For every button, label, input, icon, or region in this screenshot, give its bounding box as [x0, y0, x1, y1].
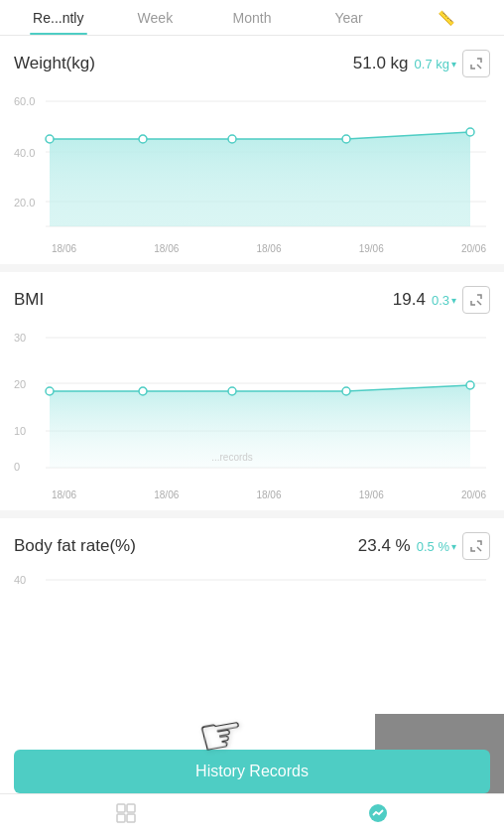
weight-value: 51.0 kg: [353, 54, 409, 73]
body-fat-expand-button[interactable]: [462, 532, 490, 560]
history-records-button[interactable]: History Records: [14, 750, 490, 793]
weight-title: Weight(kg): [14, 54, 95, 73]
svg-text:30: 30: [14, 332, 26, 344]
bottom-nav-grid-icon[interactable]: [114, 801, 138, 831]
tab-week[interactable]: Week: [107, 2, 204, 34]
svg-text:60.0: 60.0: [14, 95, 35, 107]
bmi-delta: 0.3 ▾: [432, 293, 456, 308]
ruler-icon: 📏: [438, 10, 454, 26]
svg-rect-33: [117, 814, 125, 822]
svg-text:20: 20: [14, 378, 26, 390]
body-fat-chart-partial: 40: [14, 566, 490, 621]
weight-delta: 0.7 kg ▾: [415, 57, 456, 71]
svg-point-9: [139, 135, 147, 143]
body-fat-delta-arrow: ▾: [451, 541, 456, 552]
bmi-chart: 30 20 10 0: [14, 320, 490, 510]
svg-point-23: [139, 387, 147, 395]
weight-delta-arrow: ▾: [451, 59, 456, 70]
bmi-value-group: 19.4 0.3 ▾: [393, 286, 490, 314]
bmi-value: 19.4: [393, 290, 426, 310]
body-fat-header: Body fat rate(%) 23.4 % 0.5 % ▾: [14, 518, 490, 566]
weight-header: Weight(kg) 51.0 kg 0.7 kg ▾: [14, 36, 490, 83]
svg-text:0: 0: [14, 461, 20, 473]
body-fat-value: 23.4 %: [358, 536, 411, 556]
svg-point-24: [228, 387, 236, 395]
tab-year[interactable]: Year: [301, 2, 398, 34]
tab-recently[interactable]: Re...ntly: [10, 2, 107, 34]
weight-chart: 60.0 40.0 20.0: [14, 83, 490, 264]
bottom-nav-trend-icon[interactable]: [366, 801, 390, 831]
bmi-title: BMI: [14, 290, 44, 310]
svg-point-25: [342, 387, 350, 395]
svg-rect-32: [127, 804, 135, 812]
svg-rect-31: [117, 804, 125, 812]
svg-text:...records: ...records: [211, 452, 253, 463]
svg-point-8: [46, 135, 54, 143]
weight-x-labels: 18/06 18/06 18/06 19/06 20/06: [14, 241, 490, 262]
bmi-section: BMI 19.4 0.3 ▾ 30 20 10 0: [0, 272, 504, 518]
svg-text:40: 40: [14, 574, 26, 586]
svg-line-13: [477, 301, 481, 305]
tab-bar: Re...ntly Week Month Year 📏: [0, 0, 504, 36]
svg-point-10: [228, 135, 236, 143]
svg-text:10: 10: [14, 425, 26, 437]
bmi-expand-button[interactable]: [462, 286, 490, 314]
svg-text:20.0: 20.0: [14, 197, 35, 209]
body-fat-title: Body fat rate(%): [14, 536, 136, 556]
svg-point-12: [466, 128, 474, 136]
svg-rect-34: [127, 814, 135, 822]
svg-line-28: [477, 547, 481, 551]
weight-chart-svg: 60.0 40.0 20.0: [14, 87, 490, 241]
svg-point-11: [342, 135, 350, 143]
svg-point-22: [46, 387, 54, 395]
bottom-nav: [0, 793, 504, 837]
svg-point-26: [466, 381, 474, 389]
bmi-header: BMI 19.4 0.3 ▾: [14, 272, 490, 320]
bmi-x-labels: 18/06 18/06 18/06 19/06 20/06: [14, 488, 490, 508]
bmi-chart-svg: 30 20 10 0: [14, 324, 490, 488]
body-fat-delta: 0.5 % ▾: [417, 539, 456, 554]
tab-ruler[interactable]: 📏: [397, 2, 494, 34]
weight-expand-button[interactable]: [462, 50, 490, 77]
body-fat-value-group: 23.4 % 0.5 % ▾: [358, 532, 490, 560]
tab-month[interactable]: Month: [203, 2, 301, 34]
bmi-delta-arrow: ▾: [451, 295, 456, 306]
svg-line-0: [477, 65, 481, 69]
weight-value-group: 51.0 kg 0.7 kg ▾: [353, 50, 490, 77]
svg-text:40.0: 40.0: [14, 147, 35, 159]
weight-section: Weight(kg) 51.0 kg 0.7 kg ▾ 60.0 40.0 20…: [0, 36, 504, 272]
body-fat-section: Body fat rate(%) 23.4 % 0.5 % ▾ 40: [0, 518, 504, 621]
